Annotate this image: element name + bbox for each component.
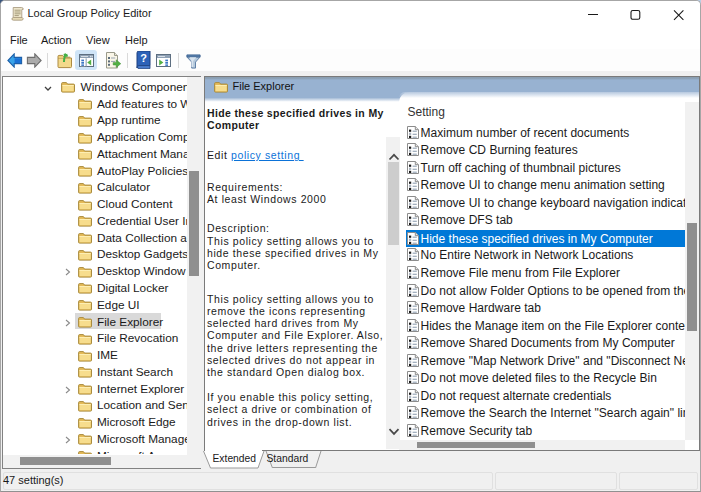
svg-text:?: ?: [140, 52, 147, 64]
